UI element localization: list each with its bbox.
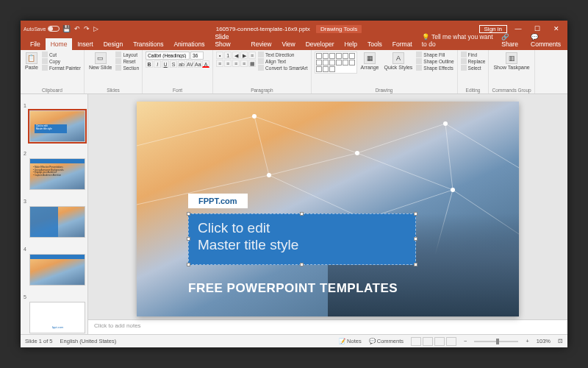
save-icon[interactable]: 💾 — [62, 25, 71, 32]
share-button[interactable]: 🔗 Share — [498, 31, 527, 50]
align-center-button[interactable]: ≡ — [224, 60, 232, 67]
resize-handle[interactable] — [187, 212, 190, 216]
find-button[interactable]: Find — [461, 52, 486, 57]
undo-icon[interactable]: ↶ — [74, 25, 80, 32]
toggle-icon — [48, 26, 60, 32]
fit-to-window-button[interactable]: ⊡ — [558, 338, 563, 344]
section-icon — [115, 65, 121, 71]
case-button[interactable]: Aa — [194, 60, 201, 68]
align-text-button[interactable]: Align Text — [258, 58, 307, 64]
spacing-button[interactable]: AV — [186, 60, 193, 68]
zoom-in-button[interactable]: + — [526, 338, 528, 344]
tab-file[interactable]: File — [25, 38, 46, 50]
indent-dec-button[interactable]: ◀ — [232, 52, 240, 59]
text-direction-button[interactable]: Text Direction — [258, 52, 307, 57]
tab-developer[interactable]: Developer — [301, 38, 340, 50]
columns-button[interactable]: ▦ — [248, 60, 256, 67]
slide-counter[interactable]: Slide 1 of 5 — [25, 338, 53, 344]
resize-handle[interactable] — [300, 212, 304, 216]
autosave-toggle[interactable]: AutoSave — [24, 26, 60, 32]
shape-effects-button[interactable]: Shape Effects — [416, 65, 453, 71]
notes-pane[interactable]: Click to add notes — [88, 319, 567, 334]
notes-toggle[interactable]: 📝 Notes — [339, 338, 362, 344]
language-indicator[interactable]: English (United States) — [60, 338, 117, 344]
slide-canvas[interactable]: FPPT.com Click to edit Master title styl… — [88, 94, 567, 319]
copy-button[interactable]: Copy — [42, 58, 81, 64]
tab-view[interactable]: View — [276, 38, 300, 50]
numbering-button[interactable]: 1 — [224, 52, 232, 59]
font-color-button[interactable]: A — [202, 60, 209, 68]
comments-toggle[interactable]: 💬 Comments — [369, 338, 404, 344]
indent-inc-button[interactable]: ▶ — [240, 52, 248, 59]
sorter-view-button[interactable] — [423, 337, 433, 346]
comments-button[interactable]: 💬 Comments — [527, 31, 567, 50]
section-button[interactable]: Section — [115, 65, 139, 71]
cut-button[interactable]: Cut — [42, 52, 81, 57]
tab-tools[interactable]: Tools — [362, 38, 387, 50]
shapes-gallery[interactable] — [315, 52, 357, 74]
tab-transitions[interactable]: Transitions — [128, 38, 168, 50]
zoom-out-button[interactable]: − — [464, 338, 467, 344]
tab-format[interactable]: Format — [387, 38, 417, 50]
svg-point-17 — [267, 173, 271, 177]
svg-point-16 — [443, 121, 448, 126]
tab-slideshow[interactable]: Slide Show — [209, 31, 245, 50]
replace-button[interactable]: Replace — [461, 58, 486, 64]
font-name-input[interactable] — [146, 52, 190, 60]
shape-fill-button[interactable]: Shape Fill — [416, 52, 453, 57]
shadow-button[interactable]: ab — [178, 60, 185, 68]
thumbnail-4[interactable]: 4 — [24, 241, 85, 286]
line-spacing-button[interactable]: ≡ — [248, 52, 256, 59]
thumbnail-5[interactable]: 5fppt.com — [24, 289, 85, 333]
normal-view-button[interactable] — [411, 337, 421, 346]
slide: FPPT.com Click to edit Master title styl… — [137, 102, 519, 316]
shape-outline-button[interactable]: Shape Outline — [416, 58, 453, 64]
resize-handle[interactable] — [300, 263, 304, 266]
underline-button[interactable]: U — [162, 60, 169, 68]
reset-button[interactable]: Reset — [115, 58, 139, 64]
tab-design[interactable]: Design — [98, 38, 128, 50]
smartart-button[interactable]: Convert to SmartArt — [258, 65, 307, 71]
tell-me-search[interactable]: 💡 Tell me what you want to do — [417, 31, 498, 50]
group-label: Slides — [87, 87, 139, 93]
slideshow-view-button[interactable] — [446, 337, 456, 346]
tab-insert[interactable]: Insert — [72, 38, 98, 50]
select-button[interactable]: Select — [461, 65, 486, 71]
find-icon — [461, 52, 467, 57]
title-placeholder[interactable]: Click to edit Master title style — [188, 213, 416, 265]
reading-view-button[interactable] — [434, 337, 445, 346]
resize-handle[interactable] — [187, 263, 190, 266]
align-icon — [258, 58, 264, 64]
bullets-button[interactable]: • — [216, 52, 223, 59]
group-drawing: ▦Arrange AQuick Styles Shape Fill Shape … — [312, 50, 458, 93]
layout-button[interactable]: Layout — [115, 52, 139, 57]
resize-handle[interactable] — [187, 237, 190, 241]
font-size-input[interactable] — [190, 52, 204, 60]
tab-review[interactable]: Review — [246, 38, 277, 50]
italic-button[interactable]: I — [154, 60, 161, 68]
resize-handle[interactable] — [414, 212, 417, 216]
bold-button[interactable]: B — [146, 60, 153, 68]
format-painter-button[interactable]: Format Painter — [42, 65, 81, 71]
justify-button[interactable]: ≡ — [240, 60, 248, 67]
thumbnail-3[interactable]: 3 — [24, 193, 85, 238]
align-left-button[interactable]: ≡ — [216, 60, 223, 67]
resize-handle[interactable] — [414, 263, 417, 266]
zoom-level[interactable]: 103% — [537, 338, 551, 344]
align-right-button[interactable]: ≡ — [232, 60, 240, 67]
start-slideshow-icon[interactable]: ▷ — [93, 25, 98, 32]
arrange-button[interactable]: ▦Arrange — [359, 52, 381, 71]
quick-styles-button[interactable]: AQuick Styles — [382, 52, 414, 71]
resize-handle[interactable] — [414, 237, 417, 241]
thumbnail-1[interactable]: 1Click to editMaster title style — [24, 97, 85, 142]
tab-help[interactable]: Help — [339, 38, 362, 50]
zoom-slider[interactable] — [474, 341, 518, 342]
tab-home[interactable]: Home — [46, 38, 73, 50]
strike-button[interactable]: S — [170, 60, 177, 68]
thumbnail-2[interactable]: 2• Make Effective Presentations• Using A… — [24, 145, 85, 190]
redo-icon[interactable]: ↷ — [84, 25, 90, 32]
tab-animations[interactable]: Animations — [168, 38, 209, 50]
new-slide-button[interactable]: ▭New Slide — [87, 52, 114, 71]
paste-button[interactable]: 📋Paste — [24, 52, 40, 71]
show-taskpane-button[interactable]: ▥Show Taskpane — [492, 52, 531, 71]
